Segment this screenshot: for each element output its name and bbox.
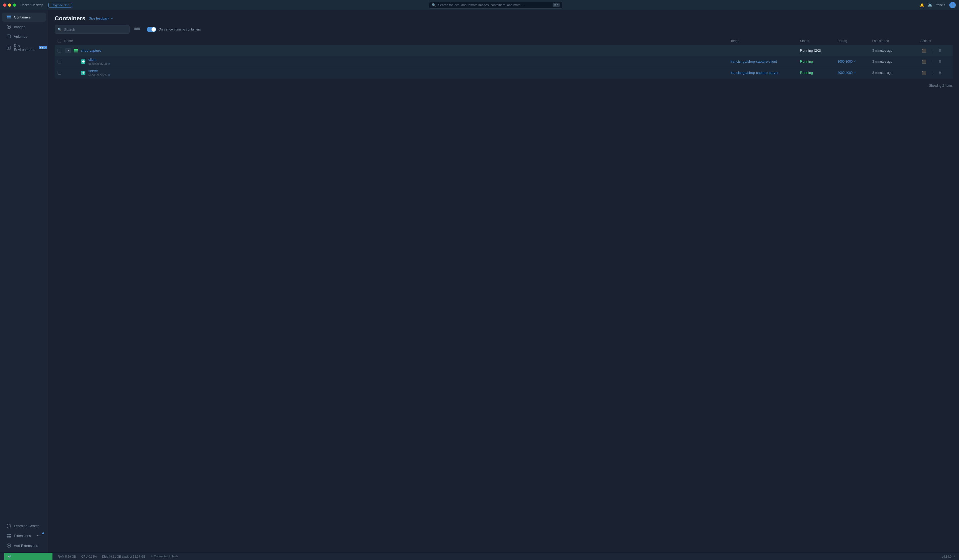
settings-icon[interactable]: ⚙️ [928, 3, 932, 8]
content-area: Containers Give feedback ↗ 🔍 [48, 10, 959, 552]
client-last-started: 3 minutes ago [872, 60, 921, 64]
username: francis... [936, 3, 948, 7]
maximize-button[interactable] [13, 3, 16, 7]
table-header: Name Image Status Port(s) Last started A… [55, 37, 953, 45]
extensions-notification-dot [42, 533, 44, 534]
content-header: Containers Give feedback ↗ [48, 10, 959, 25]
svg-point-4 [8, 26, 10, 27]
row-checkbox-cell [55, 60, 64, 64]
row-checkbox[interactable] [57, 60, 61, 64]
server-last-started: 3 minutes ago [872, 71, 921, 75]
connection-status: ⬇ Connected to Hub [151, 555, 178, 558]
header-last-started: Last started [872, 39, 921, 43]
svg-rect-20 [73, 49, 78, 50]
delete-button[interactable]: 🗑 [937, 69, 943, 76]
containers-table: Name Image Status Port(s) Last started A… [48, 37, 959, 78]
sidebar-item-dev-environments[interactable]: Dev Environments BETA [2, 41, 46, 54]
sidebar-item-add-extensions[interactable]: Add Extensions [2, 541, 46, 550]
dev-environments-icon [6, 45, 11, 50]
container-search[interactable]: 🔍 [55, 25, 130, 34]
expand-button[interactable]: ▾ [65, 48, 71, 53]
containers-label: Containers [14, 15, 31, 19]
extensions-more-button[interactable]: ⋯ [36, 533, 41, 538]
add-extensions-icon [6, 543, 11, 548]
minimize-button[interactable] [8, 3, 11, 7]
group-last-started: 3 minutes ago [872, 49, 921, 52]
svg-rect-17 [138, 29, 140, 30]
client-actions: ⬛ ⋮ 🗑 [921, 58, 953, 65]
svg-rect-7 [7, 534, 9, 535]
traffic-lights [3, 3, 16, 7]
external-link-icon: ↗ [854, 71, 855, 74]
upgrade-plan-button[interactable]: Upgrade plan [48, 3, 72, 8]
extensions-section[interactable]: Extensions ⋯ [2, 531, 46, 541]
close-button[interactable] [3, 3, 6, 7]
sidebar-item-learning-center[interactable]: Learning Center [2, 521, 46, 530]
svg-rect-9 [7, 536, 9, 538]
notifications-icon[interactable]: 🔔 [920, 3, 924, 8]
images-icon [6, 24, 11, 29]
svg-rect-15 [134, 29, 136, 30]
svg-rect-12 [134, 27, 136, 29]
feedback-link[interactable]: Give feedback ↗ [89, 17, 113, 20]
user-menu[interactable]: francis... F [936, 2, 956, 8]
stop-button[interactable]: ⬛ [921, 47, 927, 54]
copy-id-icon[interactable]: ⧉ [108, 62, 110, 65]
grid-layout-button[interactable] [133, 27, 141, 32]
stop-button[interactable]: ⬛ [921, 69, 927, 76]
toolbar: 🔍 Only show running containers [48, 25, 959, 37]
global-search-bar[interactable]: 🔍 Search for local and remote images, co… [429, 2, 563, 9]
group-name[interactable]: shop-capture [81, 48, 101, 52]
client-port-link[interactable]: 3000:3000 ↗ [838, 60, 872, 64]
page-title: Containers [55, 15, 85, 22]
header-ports: Port(s) [838, 39, 872, 43]
toggle-switch[interactable] [147, 27, 156, 32]
volumes-icon [6, 34, 11, 39]
update-icon[interactable]: ℹ [954, 555, 955, 558]
child-info: server 54a35cede2f5 ⧉ [88, 69, 110, 76]
delete-button[interactable]: 🗑 [937, 47, 943, 54]
search-icon: 🔍 [57, 27, 62, 32]
delete-button[interactable]: 🗑 [937, 58, 943, 65]
client-port: 3000:3000 ↗ [838, 60, 872, 64]
server-image: francisngo/shop-capture-server [730, 71, 800, 75]
server-port-link[interactable]: 4000:4000 ↗ [838, 71, 872, 75]
sidebar-item-volumes[interactable]: Volumes [2, 32, 46, 41]
row-checkbox[interactable] [57, 71, 61, 75]
server-image-link[interactable]: francisngo/shop-capture-server [730, 71, 779, 75]
containers-icon [6, 15, 11, 19]
svg-rect-0 [7, 16, 11, 17]
more-options-button[interactable]: ⋮ [929, 58, 935, 65]
stop-button[interactable]: ⬛ [921, 58, 927, 65]
cpu-stat: CPU 0.13% [81, 555, 97, 558]
copy-id-icon[interactable]: ⧉ [108, 73, 110, 76]
sidebar-item-images[interactable]: Images [2, 22, 46, 31]
learning-center-label: Learning Center [14, 524, 39, 528]
feedback-external-icon: ↗ [110, 17, 113, 20]
more-options-button[interactable]: ⋮ [929, 69, 935, 76]
svg-rect-8 [9, 534, 11, 535]
statusbar-whale: 🐳 [4, 553, 53, 560]
client-name[interactable]: client [88, 57, 110, 62]
learning-center-icon [6, 523, 11, 528]
search-input[interactable] [64, 27, 127, 32]
svg-rect-10 [9, 536, 11, 538]
running-toggle[interactable]: Only show running containers [147, 27, 201, 32]
volumes-label: Volumes [14, 35, 27, 38]
client-image-link[interactable]: francisngo/shop-capture-client [730, 59, 777, 64]
more-options-button[interactable]: ⋮ [929, 47, 935, 54]
titlebar: Docker Desktop Upgrade plan 🔍 Search for… [0, 0, 959, 10]
svg-point-5 [7, 35, 11, 36]
search-placeholder: Search for local and remote images, cont… [438, 3, 550, 7]
row-checkbox[interactable] [57, 49, 61, 52]
stack-icon [73, 48, 79, 54]
select-all-checkbox[interactable] [57, 39, 61, 43]
header-image: Image [730, 39, 800, 43]
version-label: v4.19.0 [942, 555, 951, 558]
table-row: server 54a35cede2f5 ⧉ francisngo/shop-ca… [55, 67, 953, 78]
sidebar-item-containers[interactable]: Containers [2, 13, 46, 22]
client-status: Running [800, 59, 838, 64]
search-icon: 🔍 [432, 3, 436, 7]
server-name[interactable]: server [88, 69, 110, 73]
server-id: 54a35cede2f5 ⧉ [88, 73, 110, 76]
